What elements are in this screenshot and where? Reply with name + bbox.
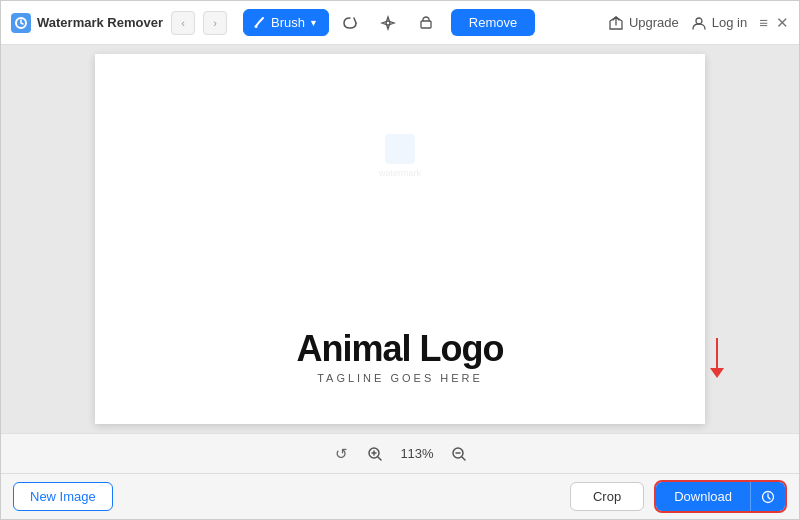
image-content: Animal Logo TAGLINE GOES HERE — [297, 328, 504, 384]
image-logo-title: Animal Logo — [297, 328, 504, 370]
image-tagline: TAGLINE GOES HERE — [297, 372, 504, 384]
brush-tool-button[interactable]: Brush ▼ — [243, 9, 329, 36]
brush-label: Brush — [271, 15, 305, 30]
brush-dropdown-icon: ▼ — [309, 18, 318, 28]
svg-point-1 — [254, 25, 257, 28]
remove-button[interactable]: Remove — [451, 9, 535, 36]
back-button[interactable]: ‹ — [171, 11, 195, 35]
title-bar: Watermark Remover ‹ › Brush ▼ — [1, 1, 799, 45]
app-name-label: Watermark Remover — [37, 15, 163, 30]
login-label: Log in — [712, 15, 747, 30]
back-icon: ‹ — [181, 17, 185, 29]
erase-tool-button[interactable] — [409, 9, 443, 37]
download-history-button[interactable] — [750, 482, 785, 511]
download-button[interactable]: Download — [656, 482, 750, 511]
canvas-area: watermark Animal Logo TAGLINE GOES HERE — [1, 45, 799, 433]
watermark-overlay: watermark — [379, 134, 421, 178]
zoom-level: 113% — [397, 446, 437, 461]
forward-button[interactable]: › — [203, 11, 227, 35]
svg-rect-2 — [421, 21, 431, 28]
menu-button[interactable]: ≡ — [759, 14, 768, 32]
new-image-button[interactable]: New Image — [13, 482, 113, 511]
forward-icon: › — [213, 17, 217, 29]
arrow-indicator — [710, 338, 724, 378]
header-right: Upgrade Log in ≡ ✕ — [608, 14, 789, 32]
svg-point-3 — [696, 18, 702, 24]
app-logo-icon — [11, 13, 31, 33]
zoom-in-button[interactable] — [363, 442, 387, 466]
footer-right: Crop Download — [570, 480, 787, 513]
pin-tool-button[interactable] — [371, 9, 405, 37]
window-controls: ≡ ✕ — [759, 14, 789, 32]
download-button-wrap: Download — [654, 480, 787, 513]
upgrade-button[interactable]: Upgrade — [608, 15, 679, 31]
zoom-bar: ↺ 113% — [1, 433, 799, 473]
rotate-button[interactable]: ↺ — [329, 442, 353, 466]
close-button[interactable]: ✕ — [776, 14, 789, 32]
upgrade-label: Upgrade — [629, 15, 679, 30]
login-button[interactable]: Log in — [691, 15, 747, 31]
lasso-tool-button[interactable] — [333, 9, 367, 37]
rotate-icon: ↺ — [335, 445, 348, 463]
crop-button[interactable]: Crop — [570, 482, 644, 511]
zoom-out-button[interactable] — [447, 442, 471, 466]
image-canvas: watermark Animal Logo TAGLINE GOES HERE — [95, 54, 705, 424]
footer: New Image Crop Download — [1, 473, 799, 519]
app-logo: Watermark Remover — [11, 13, 163, 33]
tool-group: Brush ▼ — [243, 9, 443, 37]
